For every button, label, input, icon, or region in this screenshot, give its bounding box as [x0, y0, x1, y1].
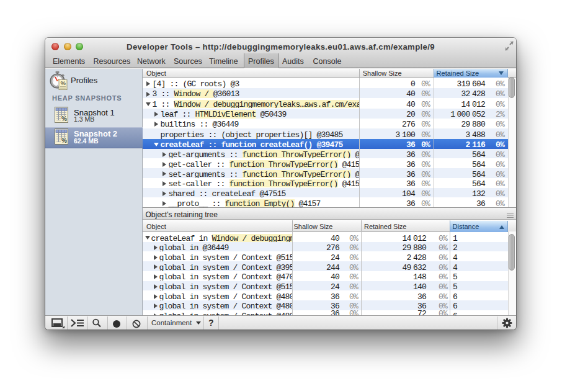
svg-text:%: %: [61, 79, 66, 86]
svg-text:%: %: [61, 115, 67, 122]
svg-text:%: %: [61, 137, 67, 144]
